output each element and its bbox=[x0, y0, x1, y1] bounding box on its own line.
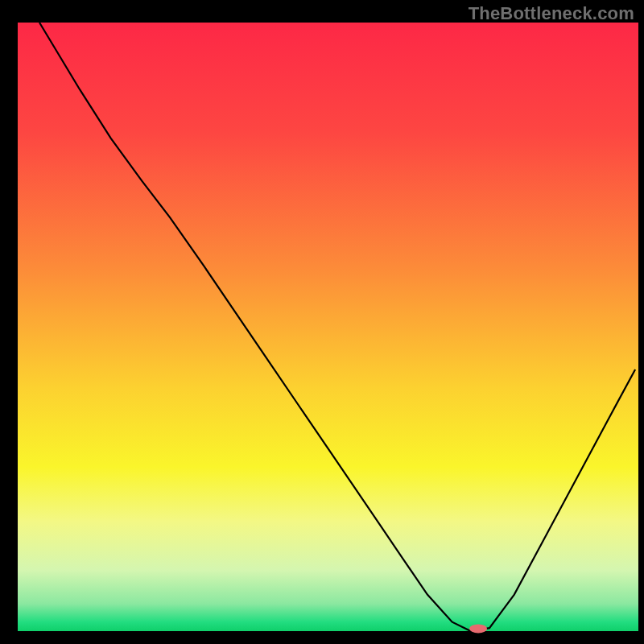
optimal-marker bbox=[469, 624, 487, 633]
bottleneck-chart bbox=[0, 0, 644, 644]
watermark-text: TheBottleneck.com bbox=[469, 3, 634, 24]
chart-container: { "watermark": "TheBottleneck.com", "cha… bbox=[0, 0, 644, 644]
plot-background bbox=[18, 23, 638, 631]
